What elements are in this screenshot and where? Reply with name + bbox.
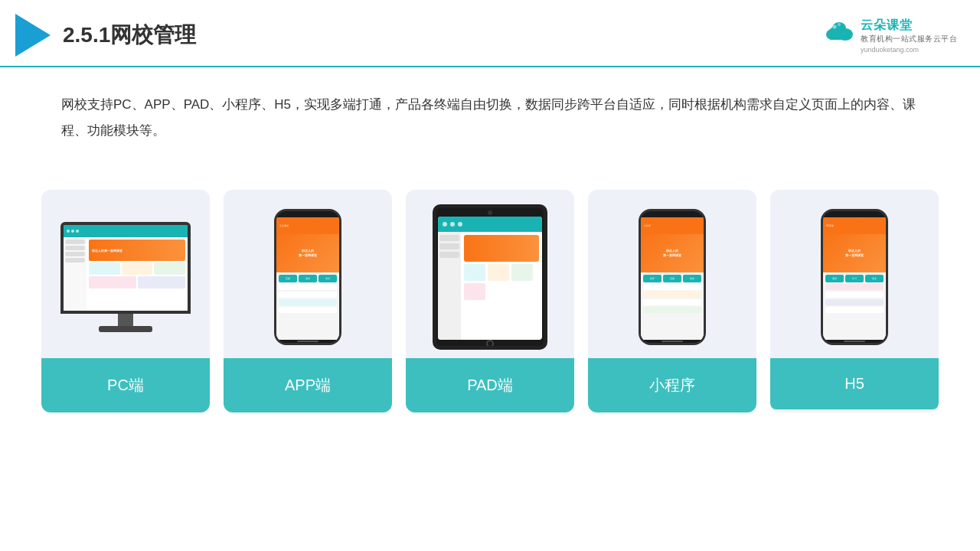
monitor-body: 职达人的第一堂网课堂 — [60, 222, 191, 314]
header-left: 2.5.1网校管理 — [15, 14, 196, 57]
pc-monitor: 职达人的第一堂网课堂 — [60, 222, 191, 332]
svg-point-6 — [838, 23, 841, 26]
card-pc: 职达人的第一堂网课堂 — [41, 190, 210, 412]
brand-tagline: 教育机构一站式服务云平台 — [861, 34, 957, 44]
card-pad-image — [406, 190, 574, 358]
description-content: 网校支持PC、APP、PAD、小程序、H5，实现多端打通，产品各终端自由切换，数… — [61, 97, 916, 138]
svg-rect-4 — [830, 32, 848, 40]
card-h5-image: H5页面 职达人的第一堂网课堂 课程 学习 更多 — [770, 190, 939, 358]
logo-icon — [15, 14, 51, 57]
svg-point-5 — [833, 25, 837, 29]
brand-name: 云朵课堂 — [861, 18, 957, 34]
card-pc-image: 职达人的第一堂网课堂 — [41, 190, 210, 358]
card-miniprogram-label: 小程序 — [588, 358, 756, 412]
card-pc-label: PC端 — [41, 358, 210, 412]
phone-mockup-mini: 小程序 职达人的第一堂网课堂 推荐 直播 我的 — [639, 209, 706, 345]
header-brand: 云朵课堂 教育机构一站式服务云平台 yunduoketang.com — [822, 18, 957, 54]
phone-mockup-app: 云朵课堂 职达人的第一堂网课堂 直播 课程 考试 — [274, 209, 341, 345]
card-pad-label: PAD端 — [406, 358, 574, 412]
cards-container: 职达人的第一堂网课堂 — [0, 167, 980, 412]
card-miniprogram: 小程序 职达人的第一堂网课堂 推荐 直播 我的 — [588, 190, 756, 412]
card-h5-label: H5 — [770, 358, 939, 409]
card-pad: PAD端 — [406, 190, 574, 412]
phone-mockup-h5: H5页面 职达人的第一堂网课堂 课程 学习 更多 — [821, 209, 888, 345]
card-app-label: APP端 — [224, 358, 392, 412]
description-text: 网校支持PC、APP、PAD、小程序、H5，实现多端打通，产品各终端自由切换，数… — [0, 67, 980, 159]
card-app: 云朵课堂 职达人的第一堂网课堂 直播 课程 考试 — [224, 190, 392, 412]
page-title: 2.5.1网校管理 — [63, 21, 196, 50]
brand-text: 云朵课堂 教育机构一站式服务云平台 — [861, 18, 957, 44]
cloud-icon — [822, 19, 856, 42]
card-h5: H5页面 职达人的第一堂网课堂 课程 学习 更多 — [770, 190, 939, 412]
brand-logo: 云朵课堂 教育机构一站式服务云平台 — [822, 18, 957, 44]
tablet-mockup — [433, 204, 547, 350]
monitor-screen: 职达人的第一堂网课堂 — [64, 225, 188, 311]
card-miniprogram-image: 小程序 职达人的第一堂网课堂 推荐 直播 我的 — [588, 190, 756, 358]
brand-url: yunduoketang.com — [861, 46, 919, 54]
page-header: 2.5.1网校管理 云朵课堂 教育机构一站式服务云平台 yunduoketang… — [0, 0, 980, 67]
card-app-image: 云朵课堂 职达人的第一堂网课堂 直播 课程 考试 — [224, 190, 392, 358]
